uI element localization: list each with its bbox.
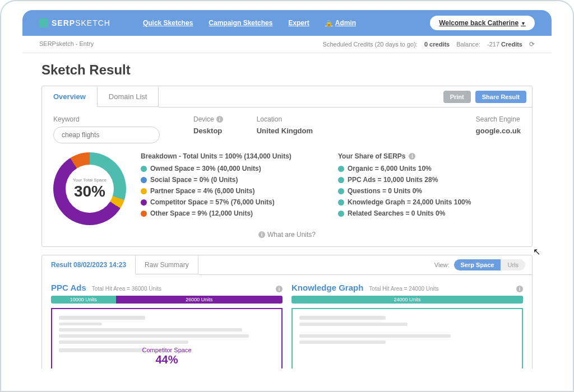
legend-social: Social Space = 0% (0 Units)	[141, 176, 323, 184]
page-title: Sketch Result	[41, 62, 533, 78]
balance-value: -217	[487, 41, 499, 48]
knowledge-graph-title: Knowledge Graph	[291, 283, 363, 292]
share-knowledge: Knowledge Graph = 24,000 Units 100%	[338, 198, 521, 206]
legend-owned: Owned Space = 30% (40,000 Units)	[141, 165, 323, 172]
nav-expert[interactable]: Expert	[288, 19, 309, 27]
nav-campaign-sketches[interactable]: Campaign Sketches	[209, 19, 272, 27]
search-engine-label: Search Engine	[476, 115, 521, 123]
keyword-label: Keyword	[53, 115, 160, 123]
location-label: Location	[257, 115, 313, 123]
info-icon[interactable]: i	[409, 153, 415, 160]
share-questions: Questions = 0 Units 0%	[338, 187, 521, 195]
kg-result-box	[291, 308, 523, 368]
print-button[interactable]: Print	[443, 91, 471, 103]
ppc-bar-competitor: 26000 Units	[116, 296, 283, 304]
share-organic: Organic = 6,000 Units 10%	[338, 165, 521, 172]
caret-down-icon: ▼	[521, 21, 526, 26]
knowledge-graph-sub: Total Hit Area = 24000 Units	[369, 286, 438, 292]
scheduled-credits-value: 0 credits	[424, 41, 450, 48]
view-toggle[interactable]: Serp Space Urls	[454, 259, 525, 270]
logo-text-2: SKETCH	[75, 18, 110, 27]
refresh-icon[interactable]: ⟳	[529, 40, 535, 48]
view-label: View:	[434, 262, 450, 268]
kg-bar-owned: 24000 Units	[291, 296, 523, 304]
ppc-ads-sub: Total Hit Area = 36000 Units	[92, 286, 161, 292]
donut-label: Your Total Space	[73, 178, 107, 183]
user-menu[interactable]: Welcome back Catherine▼	[430, 16, 535, 30]
nav-quick-sketches[interactable]: Quick Sketches	[143, 19, 193, 27]
keyword-input[interactable]	[53, 127, 160, 143]
scheduled-credits-label: Scheduled Credits (20 days to go):	[323, 41, 418, 48]
legend-partner: Partner Space = 4% (6,000 Units)	[141, 187, 323, 195]
logo-icon	[39, 18, 48, 27]
breakdown-title: Breakdown - Total Units = 100% (134,000 …	[141, 152, 323, 160]
ppc-result-box: Competitor Space 44%	[51, 308, 283, 368]
sub-bar: SERPsketch - Entry Scheduled Credits (20…	[22, 36, 552, 53]
share-title: Your Share of SERPs	[338, 152, 405, 160]
balance-label: Balance:	[456, 41, 480, 48]
logo-text-1: SERP	[52, 18, 75, 27]
top-navbar: SERPSKETCH Quick Sketches Campaign Sketc…	[22, 10, 552, 36]
ppc-space-pct: 44%	[52, 353, 281, 366]
share-result-button[interactable]: Share Result	[475, 91, 526, 103]
device-value: Desktop	[193, 127, 223, 135]
logo: SERPSKETCH	[39, 18, 110, 27]
ppc-bar: 10000 Units 26000 Units	[51, 296, 283, 304]
breadcrumb: SERPsketch - Entry	[39, 40, 94, 48]
kg-bar: 24000 Units	[291, 296, 523, 304]
tab-domain-list[interactable]: Domain List	[98, 87, 159, 107]
toggle-serp-space[interactable]: Serp Space	[454, 259, 501, 270]
tab-overview[interactable]: Overview	[42, 87, 98, 107]
tab-raw-summary[interactable]: Raw Summary	[136, 256, 198, 274]
legend-other: Other Space = 9% (12,000 Units)	[141, 209, 323, 217]
balance-unit: Credits	[501, 41, 522, 48]
lock-icon: 🔒	[325, 20, 333, 27]
ppc-space-label: Competitor Space	[52, 347, 281, 353]
what-are-units-link[interactable]: i What are Units?	[53, 231, 521, 239]
info-icon[interactable]: i	[516, 286, 523, 292]
share-related: Related Searches = 0 Units 0%	[338, 209, 521, 217]
toggle-urls[interactable]: Urls	[501, 259, 525, 270]
donut-chart: Your Total Space 30%	[53, 152, 126, 225]
tab-result[interactable]: Result 08/02/2023 14:23	[42, 256, 136, 274]
search-engine-value: google.co.uk	[476, 127, 521, 135]
ppc-bar-owned: 10000 Units	[51, 296, 116, 304]
device-label: Device	[193, 115, 214, 123]
nav-admin[interactable]: 🔒Admin	[325, 19, 356, 27]
info-icon[interactable]: i	[216, 116, 223, 123]
info-icon: i	[258, 231, 265, 238]
ppc-ads-title: PPC Ads	[51, 283, 86, 292]
info-icon[interactable]: i	[276, 286, 283, 292]
share-ppc: PPC Ads = 10,000 Units 28%	[338, 176, 521, 184]
location-value: United Kingdom	[257, 127, 313, 135]
donut-percent: 30%	[74, 183, 105, 200]
legend-competitor: Competitor Space = 57% (76,000 Units)	[141, 198, 323, 206]
